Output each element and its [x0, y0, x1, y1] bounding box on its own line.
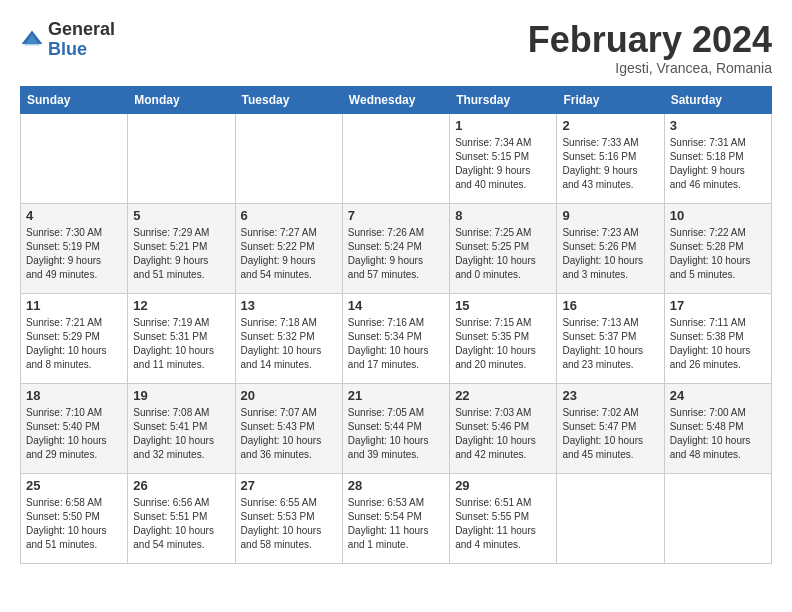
day-number: 15 — [455, 298, 551, 313]
day-number: 16 — [562, 298, 658, 313]
calendar-cell: 29Sunrise: 6:51 AM Sunset: 5:55 PM Dayli… — [450, 473, 557, 563]
day-info: Sunrise: 7:11 AM Sunset: 5:38 PM Dayligh… — [670, 316, 766, 372]
calendar-cell: 7Sunrise: 7:26 AM Sunset: 5:24 PM Daylig… — [342, 203, 449, 293]
calendar-cell: 24Sunrise: 7:00 AM Sunset: 5:48 PM Dayli… — [664, 383, 771, 473]
calendar-cell: 2Sunrise: 7:33 AM Sunset: 5:16 PM Daylig… — [557, 113, 664, 203]
calendar-cell — [342, 113, 449, 203]
day-number: 27 — [241, 478, 337, 493]
day-number: 13 — [241, 298, 337, 313]
day-number: 25 — [26, 478, 122, 493]
day-info: Sunrise: 7:05 AM Sunset: 5:44 PM Dayligh… — [348, 406, 444, 462]
calendar-cell: 1Sunrise: 7:34 AM Sunset: 5:15 PM Daylig… — [450, 113, 557, 203]
calendar-cell — [557, 473, 664, 563]
day-info: Sunrise: 7:07 AM Sunset: 5:43 PM Dayligh… — [241, 406, 337, 462]
day-info: Sunrise: 7:13 AM Sunset: 5:37 PM Dayligh… — [562, 316, 658, 372]
title-block: February 2024 Igesti, Vrancea, Romania — [528, 20, 772, 76]
day-info: Sunrise: 7:02 AM Sunset: 5:47 PM Dayligh… — [562, 406, 658, 462]
day-info: Sunrise: 7:08 AM Sunset: 5:41 PM Dayligh… — [133, 406, 229, 462]
weekday-header: Friday — [557, 86, 664, 113]
logo-icon — [20, 28, 44, 52]
logo-blue-text: Blue — [48, 39, 87, 59]
day-number: 12 — [133, 298, 229, 313]
calendar-cell: 25Sunrise: 6:58 AM Sunset: 5:50 PM Dayli… — [21, 473, 128, 563]
day-info: Sunrise: 7:19 AM Sunset: 5:31 PM Dayligh… — [133, 316, 229, 372]
weekday-header: Sunday — [21, 86, 128, 113]
calendar-cell — [664, 473, 771, 563]
day-info: Sunrise: 6:51 AM Sunset: 5:55 PM Dayligh… — [455, 496, 551, 552]
day-number: 11 — [26, 298, 122, 313]
calendar-cell: 9Sunrise: 7:23 AM Sunset: 5:26 PM Daylig… — [557, 203, 664, 293]
calendar-cell — [128, 113, 235, 203]
day-number: 29 — [455, 478, 551, 493]
calendar-cell: 23Sunrise: 7:02 AM Sunset: 5:47 PM Dayli… — [557, 383, 664, 473]
logo-general-text: General — [48, 19, 115, 39]
day-info: Sunrise: 6:53 AM Sunset: 5:54 PM Dayligh… — [348, 496, 444, 552]
calendar-table: SundayMondayTuesdayWednesdayThursdayFrid… — [20, 86, 772, 564]
calendar-cell: 22Sunrise: 7:03 AM Sunset: 5:46 PM Dayli… — [450, 383, 557, 473]
day-number: 3 — [670, 118, 766, 133]
day-number: 8 — [455, 208, 551, 223]
calendar-cell: 19Sunrise: 7:08 AM Sunset: 5:41 PM Dayli… — [128, 383, 235, 473]
day-number: 19 — [133, 388, 229, 403]
calendar-cell: 8Sunrise: 7:25 AM Sunset: 5:25 PM Daylig… — [450, 203, 557, 293]
day-number: 18 — [26, 388, 122, 403]
calendar-cell: 12Sunrise: 7:19 AM Sunset: 5:31 PM Dayli… — [128, 293, 235, 383]
calendar-cell: 17Sunrise: 7:11 AM Sunset: 5:38 PM Dayli… — [664, 293, 771, 383]
weekday-header: Monday — [128, 86, 235, 113]
day-number: 14 — [348, 298, 444, 313]
day-info: Sunrise: 7:21 AM Sunset: 5:29 PM Dayligh… — [26, 316, 122, 372]
day-number: 28 — [348, 478, 444, 493]
day-number: 9 — [562, 208, 658, 223]
day-info: Sunrise: 6:56 AM Sunset: 5:51 PM Dayligh… — [133, 496, 229, 552]
day-info: Sunrise: 7:25 AM Sunset: 5:25 PM Dayligh… — [455, 226, 551, 282]
weekday-header: Saturday — [664, 86, 771, 113]
day-info: Sunrise: 7:31 AM Sunset: 5:18 PM Dayligh… — [670, 136, 766, 192]
weekday-header: Thursday — [450, 86, 557, 113]
calendar-cell: 21Sunrise: 7:05 AM Sunset: 5:44 PM Dayli… — [342, 383, 449, 473]
calendar-cell — [235, 113, 342, 203]
day-number: 5 — [133, 208, 229, 223]
day-number: 26 — [133, 478, 229, 493]
day-number: 2 — [562, 118, 658, 133]
day-info: Sunrise: 7:10 AM Sunset: 5:40 PM Dayligh… — [26, 406, 122, 462]
calendar-cell: 6Sunrise: 7:27 AM Sunset: 5:22 PM Daylig… — [235, 203, 342, 293]
day-number: 4 — [26, 208, 122, 223]
day-info: Sunrise: 7:18 AM Sunset: 5:32 PM Dayligh… — [241, 316, 337, 372]
day-info: Sunrise: 7:22 AM Sunset: 5:28 PM Dayligh… — [670, 226, 766, 282]
day-info: Sunrise: 7:29 AM Sunset: 5:21 PM Dayligh… — [133, 226, 229, 282]
calendar-cell: 14Sunrise: 7:16 AM Sunset: 5:34 PM Dayli… — [342, 293, 449, 383]
day-info: Sunrise: 7:26 AM Sunset: 5:24 PM Dayligh… — [348, 226, 444, 282]
day-info: Sunrise: 7:00 AM Sunset: 5:48 PM Dayligh… — [670, 406, 766, 462]
calendar-subtitle: Igesti, Vrancea, Romania — [528, 60, 772, 76]
calendar-cell: 4Sunrise: 7:30 AM Sunset: 5:19 PM Daylig… — [21, 203, 128, 293]
calendar-cell: 16Sunrise: 7:13 AM Sunset: 5:37 PM Dayli… — [557, 293, 664, 383]
calendar-cell: 27Sunrise: 6:55 AM Sunset: 5:53 PM Dayli… — [235, 473, 342, 563]
day-number: 24 — [670, 388, 766, 403]
logo: General Blue — [20, 20, 115, 60]
calendar-cell: 13Sunrise: 7:18 AM Sunset: 5:32 PM Dayli… — [235, 293, 342, 383]
day-info: Sunrise: 7:33 AM Sunset: 5:16 PM Dayligh… — [562, 136, 658, 192]
page-header: General Blue February 2024 Igesti, Vranc… — [20, 20, 772, 76]
day-info: Sunrise: 7:30 AM Sunset: 5:19 PM Dayligh… — [26, 226, 122, 282]
calendar-cell: 5Sunrise: 7:29 AM Sunset: 5:21 PM Daylig… — [128, 203, 235, 293]
day-number: 7 — [348, 208, 444, 223]
day-number: 22 — [455, 388, 551, 403]
day-number: 21 — [348, 388, 444, 403]
day-info: Sunrise: 7:23 AM Sunset: 5:26 PM Dayligh… — [562, 226, 658, 282]
day-info: Sunrise: 7:15 AM Sunset: 5:35 PM Dayligh… — [455, 316, 551, 372]
calendar-cell: 10Sunrise: 7:22 AM Sunset: 5:28 PM Dayli… — [664, 203, 771, 293]
day-info: Sunrise: 6:55 AM Sunset: 5:53 PM Dayligh… — [241, 496, 337, 552]
calendar-cell: 18Sunrise: 7:10 AM Sunset: 5:40 PM Dayli… — [21, 383, 128, 473]
weekday-header: Tuesday — [235, 86, 342, 113]
day-number: 17 — [670, 298, 766, 313]
day-number: 23 — [562, 388, 658, 403]
calendar-cell: 26Sunrise: 6:56 AM Sunset: 5:51 PM Dayli… — [128, 473, 235, 563]
weekday-header: Wednesday — [342, 86, 449, 113]
calendar-title: February 2024 — [528, 20, 772, 60]
calendar-cell: 11Sunrise: 7:21 AM Sunset: 5:29 PM Dayli… — [21, 293, 128, 383]
day-info: Sunrise: 7:16 AM Sunset: 5:34 PM Dayligh… — [348, 316, 444, 372]
day-number: 1 — [455, 118, 551, 133]
calendar-cell: 15Sunrise: 7:15 AM Sunset: 5:35 PM Dayli… — [450, 293, 557, 383]
day-info: Sunrise: 6:58 AM Sunset: 5:50 PM Dayligh… — [26, 496, 122, 552]
calendar-cell: 20Sunrise: 7:07 AM Sunset: 5:43 PM Dayli… — [235, 383, 342, 473]
